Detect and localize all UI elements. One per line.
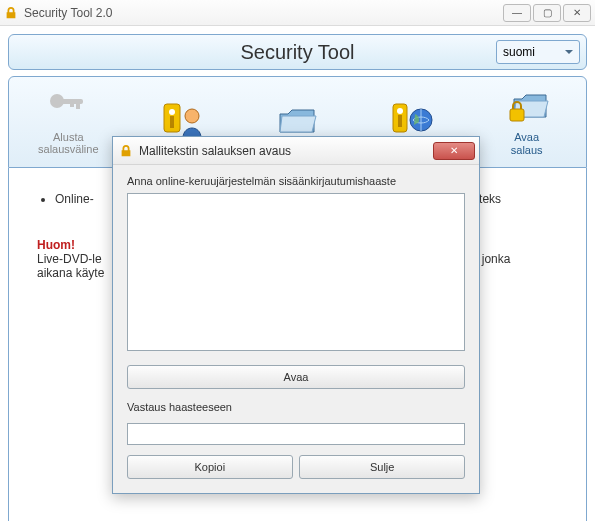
key-globe-icon [389, 100, 435, 140]
copy-button[interactable]: Kopioi [127, 455, 293, 479]
close-window-button[interactable]: ✕ [563, 4, 591, 22]
maximize-button[interactable]: ▢ [533, 4, 561, 22]
folder-icon [274, 100, 320, 140]
close-button[interactable]: Sulje [299, 455, 465, 479]
response-label: Vastaus haasteeseen [127, 401, 465, 413]
toolbar-avaa-label: Avaa salaus [511, 131, 543, 156]
response-input[interactable] [127, 423, 465, 445]
key-grey-icon [45, 88, 91, 127]
app-header: Security Tool suomi [8, 34, 587, 70]
lock-folder-icon [504, 87, 550, 127]
svg-rect-6 [170, 116, 174, 128]
dialog-title: Mallitekstin salauksen avaus [139, 144, 291, 158]
svg-rect-10 [398, 115, 402, 127]
svg-point-9 [397, 108, 403, 114]
lock-icon [119, 144, 133, 158]
svg-point-5 [169, 109, 175, 115]
key-user-icon [160, 100, 206, 140]
svg-rect-3 [70, 99, 74, 107]
toolbar-alusta[interactable]: Alusta salausväline [15, 83, 121, 161]
window-title: Security Tool 2.0 [24, 6, 113, 20]
open-button[interactable]: Avaa [127, 365, 465, 389]
language-value: suomi [503, 45, 535, 59]
language-select[interactable]: suomi [496, 40, 580, 64]
dialog-body: Anna online-keruujärjestelmän sisäänkirj… [113, 165, 479, 493]
dialog-titlebar: Mallitekstin salauksen avaus ✕ [113, 137, 479, 165]
dialog-close-button[interactable]: ✕ [433, 142, 475, 160]
challenge-prompt-label: Anna online-keruujärjestelmän sisäänkirj… [127, 175, 465, 187]
window-titlebar: Security Tool 2.0 — ▢ ✕ [0, 0, 595, 26]
decrypt-dialog: Mallitekstin salauksen avaus ✕ Anna onli… [112, 136, 480, 494]
svg-point-7 [185, 109, 199, 123]
toolbar-avaa[interactable]: Avaa salaus [474, 83, 580, 161]
svg-rect-12 [510, 109, 524, 121]
minimize-button[interactable]: — [503, 4, 531, 22]
challenge-textarea[interactable] [127, 193, 465, 351]
lock-icon [4, 6, 18, 20]
svg-rect-2 [76, 99, 80, 109]
toolbar-alusta-label: Alusta salausväline [38, 131, 99, 156]
